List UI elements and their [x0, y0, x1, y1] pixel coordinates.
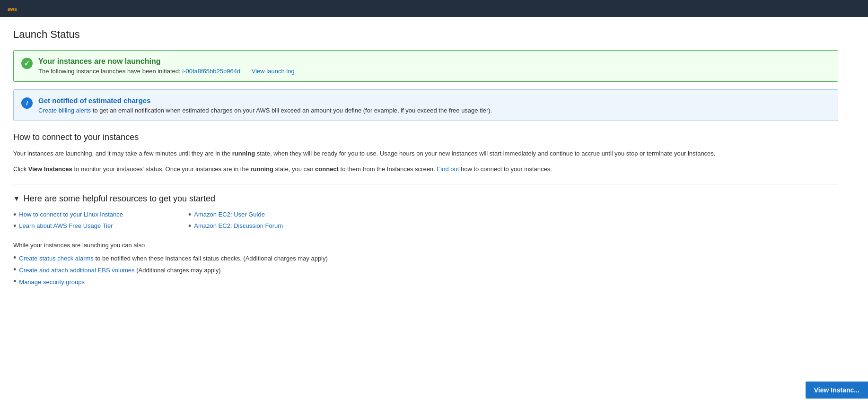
success-body: The following instance launches have bee…	[38, 68, 295, 75]
how-to-connect-title: How to connect to your instances	[13, 132, 838, 142]
bullet-icon-3: •	[13, 222, 16, 230]
success-title: Your instances are now launching	[38, 57, 295, 66]
ec2-user-guide-link[interactable]: Amazon EC2: User Guide	[194, 211, 265, 218]
running-bold-2: running	[251, 165, 273, 173]
bullet-also-1: •	[13, 253, 16, 262]
info-content: Get notified of estimated charges Create…	[38, 96, 492, 114]
bullet-icon-1: •	[13, 210, 16, 219]
ec2-discussion-forum-link[interactable]: Amazon EC2: Discussion Forum	[194, 222, 283, 229]
resources-grid: • How to connect to your Linux instance …	[13, 210, 344, 230]
resources-section-title: ▼ Here are some helpful resources to get…	[13, 194, 838, 204]
also-item-2: • Create and attach additional EBS volum…	[13, 265, 838, 274]
aws-logo: aws	[8, 2, 36, 15]
also-item-3: • Manage security groups	[13, 277, 838, 286]
success-icon	[21, 58, 33, 69]
linux-instance-link[interactable]: How to connect to your Linux instance	[19, 211, 123, 218]
create-ebs-volumes-link[interactable]: Create and attach additional EBS volumes	[19, 267, 134, 274]
resource-item-4: • Amazon EC2: Discussion Forum	[188, 222, 344, 230]
create-billing-alerts-link[interactable]: Create billing alerts	[38, 107, 91, 114]
resource-item-1: • How to connect to your Linux instance	[13, 210, 169, 219]
view-launch-log-link[interactable]: View launch log	[252, 68, 295, 75]
svg-text:aws: aws	[8, 6, 17, 12]
page-title: Launch Status	[13, 28, 838, 41]
resource-item-2: • Amazon EC2: User Guide	[188, 210, 344, 219]
connect-bold: connect	[315, 165, 339, 173]
bullet-also-3: •	[13, 277, 16, 286]
also-list: • Create status check alarms to be notif…	[13, 253, 838, 286]
info-banner: Get notified of estimated charges Create…	[13, 89, 838, 121]
aws-free-tier-link[interactable]: Learn about AWS Free Usage Tier	[19, 222, 113, 229]
view-instances-bold: View Instances	[28, 165, 72, 173]
running-bold-1: running	[232, 150, 255, 157]
divider-1	[13, 184, 838, 184]
info-icon	[21, 97, 33, 109]
resources-title-text: Here are some helpful resources to get y…	[24, 194, 215, 204]
also-section-intro: While your instances are launching you c…	[13, 242, 838, 249]
bullet-icon-2: •	[188, 210, 191, 219]
bullet-also-2: •	[13, 265, 16, 274]
also-note-1: to be notified when these instances fail…	[95, 255, 327, 262]
info-title: Get notified of estimated charges	[38, 96, 492, 104]
find-out-link[interactable]: Find out	[437, 165, 459, 173]
how-to-connect-para2: Click View Instances to monitor your ins…	[13, 165, 838, 174]
bullet-icon-4: •	[188, 222, 191, 230]
info-body-suffix: to get an email notification when estima…	[91, 107, 492, 114]
main-content: Launch Status Your instances are now lau…	[0, 17, 851, 300]
manage-security-groups-link[interactable]: Manage security groups	[19, 278, 85, 286]
create-status-check-alarms-link[interactable]: Create status check alarms	[19, 255, 94, 262]
how-to-connect-para1: Your instances are launching, and it may…	[13, 149, 838, 159]
success-body-prefix: The following instance launches have bee…	[38, 68, 181, 75]
resource-item-3: • Learn about AWS Free Usage Tier	[13, 222, 169, 230]
info-body: Create billing alerts to get an email no…	[38, 107, 492, 114]
also-note-2: (Additional charges may apply)	[136, 267, 220, 274]
also-item-1: • Create status check alarms to be notif…	[13, 253, 838, 262]
success-banner: Your instances are now launching The fol…	[13, 50, 838, 82]
success-content: Your instances are now launching The fol…	[38, 57, 295, 75]
instance-id-link[interactable]: i-00fa8f65bb25b964d	[182, 68, 240, 75]
chevron-down-icon[interactable]: ▼	[13, 195, 20, 202]
top-nav: aws	[0, 0, 868, 17]
